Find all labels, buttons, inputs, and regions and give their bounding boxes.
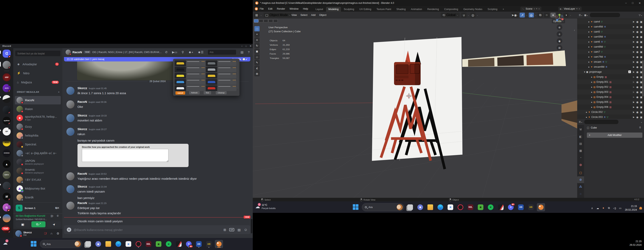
eye-icon[interactable]: ◉	[636, 81, 638, 84]
attach-plus-icon[interactable]: +	[67, 228, 71, 232]
eye-icon[interactable]: ◉	[636, 30, 638, 33]
select-intersect-icon[interactable]	[273, 19, 278, 22]
message-input[interactable]: + @RacoN kullanıcısına mesaj gönder ⊞ GI…	[64, 225, 250, 234]
select-new-icon[interactable]	[254, 19, 258, 22]
camera-icon[interactable]: ▣	[640, 20, 642, 23]
outliner-row[interactable]: ▸▨Empty.005▨➤◉▣	[577, 100, 644, 105]
workspace-uv-editing[interactable]: UV Editing	[357, 7, 374, 12]
outliner-row[interactable]: ▸▼cam6fitil▽➤◉▣	[577, 44, 644, 49]
region-collapse-icon[interactable]: ‹	[574, 28, 575, 32]
camera-icon[interactable]: ▣	[640, 25, 642, 28]
expand-icon[interactable]: ▸	[591, 101, 592, 103]
home-button[interactable]: ᗧ 1	[2, 50, 11, 58]
pointer-icon[interactable]: ➤	[632, 60, 634, 63]
mic-muted-icon[interactable]: 🎙̸	[43, 232, 48, 235]
expand-icon[interactable]: ▸	[591, 76, 592, 78]
shading-wireframe[interactable]: ○	[544, 13, 549, 17]
activity-button[interactable]: ➤	[47, 221, 61, 227]
edge-button[interactable]	[114, 240, 122, 248]
workspace-add-button[interactable]: +	[500, 7, 506, 12]
opera-gx-button[interactable]	[456, 203, 464, 211]
measure-tool[interactable]: ∡	[254, 65, 260, 71]
close-icon[interactable]: ✕	[578, 8, 580, 10]
close-icon[interactable]: ✕	[639, 1, 641, 5]
camera-button[interactable]: ▣	[16, 221, 30, 227]
settings-gear-icon[interactable]: ⚙	[56, 232, 60, 235]
cursor-tool[interactable]: ⌖	[254, 32, 260, 37]
chat-scrollbar[interactable]	[251, 219, 252, 233]
user-area[interactable]: SkorzzDot 🎙̸ ∩ ⚙	[13, 229, 62, 238]
camera-icon[interactable]: ▣	[640, 30, 642, 33]
start-button[interactable]	[30, 240, 38, 248]
camera-icon[interactable]: ▣	[640, 55, 642, 58]
copy-icon[interactable]: ⧉	[536, 8, 537, 10]
outliner-row[interactable]: ▸▨Empty.001▨➤◉▣	[577, 80, 644, 84]
chat-button[interactable]: ▣	[416, 203, 424, 211]
server-acs[interactable]: ACS1	[2, 84, 11, 92]
ug-blue-button[interactable]: UG	[195, 240, 203, 248]
avatar[interactable]	[66, 114, 74, 122]
camera-icon[interactable]: ▣	[640, 106, 642, 109]
eye-icon[interactable]: ◉	[636, 20, 638, 23]
eye-icon[interactable]: ◉	[636, 55, 638, 58]
select-mode-strip[interactable]	[254, 19, 278, 22]
paint-app-button[interactable]	[497, 203, 505, 211]
xray-toggle[interactable]: ⧉	[538, 13, 543, 17]
spotify-button[interactable]: ≋	[164, 240, 173, 248]
camera-icon[interactable]: ▣	[640, 81, 642, 84]
taskbar-search[interactable]: Ara	[362, 203, 404, 211]
server-vm[interactable]: M1	[2, 193, 11, 201]
select-extend-icon[interactable]	[259, 19, 263, 22]
pin-icon[interactable]: ⚲	[534, 8, 535, 10]
select-invert-icon[interactable]	[268, 19, 273, 22]
pointer-icon[interactable]: ➤	[632, 81, 634, 84]
outliner-row[interactable]: ▸▼cam4fitil⚙➤◉▣	[577, 24, 644, 29]
menu-object[interactable]: Object	[319, 14, 326, 16]
camera-icon[interactable]: ▣	[640, 65, 642, 68]
server-photo[interactable]: 7	[2, 182, 11, 190]
server-srp[interactable]: SRP	[2, 73, 11, 81]
avatar[interactable]	[66, 202, 74, 210]
eye-icon[interactable]: ◉	[636, 45, 638, 48]
copy-icon[interactable]: ⧉	[576, 8, 578, 10]
filter-icon[interactable]: ▽⌄	[639, 14, 642, 16]
maximize-icon[interactable]: □	[632, 1, 634, 5]
test-button[interactable]: Test	[204, 91, 211, 94]
eye-icon[interactable]: ◉	[636, 25, 638, 28]
conversation-search-input[interactable]	[15, 51, 60, 56]
nav-nitro[interactable]: ⚡ Nitro	[15, 69, 61, 77]
workspace-scripting[interactable]: Scripting	[485, 7, 500, 12]
outliner-row[interactable]: ▸▼oncamfitil⚙➤◉▣	[577, 64, 644, 69]
tab-scene[interactable]: ◔	[577, 154, 584, 161]
eye-icon[interactable]: ◉	[636, 116, 638, 119]
transform-tool[interactable]: ◇	[254, 54, 260, 59]
workspace-sculpting[interactable]: Sculpting	[341, 7, 356, 12]
spotify-button[interactable]: ≋	[486, 203, 495, 211]
clock-right[interactable]: 21:1529.02.2024	[625, 204, 637, 212]
outliner-row[interactable]: ▸▨Empty▨➤◉▣	[577, 75, 644, 79]
cast-icon[interactable]: ⧉	[607, 206, 611, 210]
outliner-row[interactable]: ▸▨Empty.006▨➤◉▣	[577, 105, 644, 110]
outliner-display-mode[interactable]: ☰⌄	[579, 14, 582, 16]
expand-icon[interactable]: ▸	[588, 51, 590, 53]
form-attachment[interactable]: Describe how you approached the creation…	[78, 144, 188, 167]
expand-icon[interactable]: ▸	[586, 116, 587, 119]
pointer-icon[interactable]: ➤	[632, 20, 634, 23]
pointer-icon[interactable]: ➤	[632, 96, 634, 99]
eye-icon[interactable]: ◉	[636, 101, 638, 104]
keyboard-icon[interactable]: ▭	[618, 207, 622, 210]
pointer-icon[interactable]: ➤	[632, 40, 634, 43]
menu-select[interactable]: Select	[300, 14, 308, 16]
voice-activity-icon[interactable]: |||ı	[51, 215, 53, 217]
disconnect-icon[interactable]: ✆	[57, 215, 59, 217]
dm-item[interactable]: ~ɞ☾ʚ~βĄŁĄMĬЯ~ɞ☾ʚ~	[15, 149, 61, 157]
proportional-edit-icon[interactable]: ◎	[470, 13, 476, 17]
edge-button[interactable]	[436, 203, 444, 211]
camera-icon[interactable]: ▣	[640, 91, 642, 94]
inbox-icon[interactable]: ▤	[240, 50, 243, 54]
file-explorer-button[interactable]	[104, 240, 112, 248]
rotate-tool[interactable]: ↻	[254, 43, 260, 48]
gizmos-toggle[interactable]: ↗	[520, 13, 525, 17]
screenshare-button[interactable]: ⧉↗	[32, 221, 46, 227]
pointer-icon[interactable]: ➤	[632, 45, 634, 48]
